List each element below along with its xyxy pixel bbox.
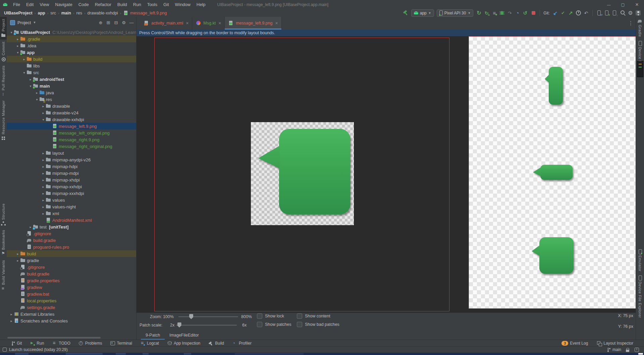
- toolwindow-button-terminal[interactable]: Terminal: [110, 341, 132, 346]
- chevron-down-icon[interactable]: ▾: [22, 71, 26, 74]
- breadcrumb-item[interactable]: app: [38, 11, 45, 15]
- tree-item[interactable]: ▸.gradle: [7, 36, 136, 42]
- tool-stripe-build-variants[interactable]: Build Variants: [0, 258, 7, 293]
- tree-item[interactable]: build.gradle: [7, 270, 136, 277]
- tree-item[interactable]: ▸values: [7, 197, 136, 203]
- close-icon[interactable]: ×: [275, 20, 278, 26]
- tree-item[interactable]: ▸drawable: [7, 103, 136, 109]
- tree-item[interactable]: message_left.9.png: [7, 123, 136, 130]
- device-add-icon[interactable]: [603, 9, 610, 17]
- tree-item[interactable]: ▾UIBaseProjectC:\Users\zy\Desktop\Porjec…: [7, 29, 136, 36]
- window-minimize-button[interactable]: [602, 0, 616, 9]
- collapse-all-icon[interactable]: ⊟: [113, 20, 119, 25]
- chevron-down-icon[interactable]: ▾: [41, 118, 46, 121]
- chevron-right-icon[interactable]: ▸: [22, 57, 26, 61]
- chevron-right-icon[interactable]: ▸: [41, 205, 46, 209]
- push-icon[interactable]: [567, 9, 575, 17]
- sync-icon[interactable]: [490, 9, 498, 17]
- toolwindow-button-problems[interactable]: Problems: [78, 341, 102, 346]
- tree-item[interactable]: ▸layout: [7, 150, 136, 156]
- chevron-down-icon[interactable]: ▼: [33, 21, 36, 24]
- device-pair-icon[interactable]: [595, 9, 603, 17]
- tree-item[interactable]: ▸build: [7, 56, 136, 62]
- checkbox-show-lock[interactable]: Show lock: [257, 313, 284, 319]
- device-download-icon[interactable]: [610, 9, 618, 17]
- chevron-right-icon[interactable]: ▸: [28, 78, 33, 81]
- breadcrumb-item[interactable]: src: [50, 11, 56, 15]
- chevron-right-icon[interactable]: ▸: [41, 171, 46, 175]
- search-icon[interactable]: [619, 9, 627, 17]
- chevron-right-icon[interactable]: ▸: [41, 185, 46, 189]
- editor-mode-tab-imagefileeditor[interactable]: ImageFileEditor: [165, 331, 204, 340]
- tree-item[interactable]: message_right_original.png: [7, 143, 136, 150]
- menu-edit[interactable]: Edit: [23, 0, 37, 9]
- run-icon[interactable]: [475, 9, 483, 17]
- toolwindow-button-todo[interactable]: TODO: [52, 341, 70, 346]
- tree-item[interactable]: ▾drawable-xxhdpi: [7, 116, 136, 123]
- tree-item[interactable]: .gitignore: [7, 264, 136, 270]
- breadcrumb-file[interactable]: message_left.9.png: [123, 10, 167, 16]
- breadcrumb[interactable]: UIBaseProject›app›src›main›res›drawable-…: [0, 10, 167, 16]
- menu-tools[interactable]: Tools: [144, 0, 160, 9]
- tree-item[interactable]: build.gradle: [7, 237, 136, 244]
- chevron-down-icon[interactable]: ▾: [15, 51, 20, 54]
- profiler-icon[interactable]: [514, 9, 521, 17]
- checkbox-box[interactable]: [257, 313, 262, 319]
- chevron-right-icon[interactable]: ▸: [15, 259, 20, 262]
- chevron-right-icon[interactable]: ▸: [41, 212, 46, 215]
- tool-stripe-structure[interactable]: Structure: [0, 201, 7, 228]
- tree-item[interactable]: ▾app: [7, 49, 136, 56]
- breadcrumb-item[interactable]: res: [76, 11, 82, 15]
- tool-stripe-pull-requests[interactable]: Pull Requests: [0, 63, 7, 98]
- tree-item[interactable]: libs: [7, 62, 136, 69]
- tree-item[interactable]: ▸External Libraries: [7, 311, 136, 317]
- build-hammer-icon[interactable]: [402, 9, 410, 17]
- debug-icon[interactable]: [498, 9, 506, 17]
- attach-icon[interactable]: [506, 9, 514, 17]
- menu-help[interactable]: Help: [194, 0, 209, 9]
- chevron-right-icon[interactable]: ▸: [41, 178, 46, 182]
- chevron-right-icon[interactable]: ▸: [41, 198, 46, 202]
- chevron-right-icon[interactable]: ▸: [9, 312, 14, 316]
- lock-icon[interactable]: [625, 347, 630, 352]
- project-panel-title[interactable]: Project: [17, 20, 31, 25]
- commit-icon[interactable]: [559, 9, 567, 17]
- notifications-icon[interactable]: [634, 347, 639, 352]
- git-branch-widget[interactable]: main: [606, 347, 621, 352]
- tree-item[interactable]: ▸mipmap-xxxhdpi: [7, 190, 136, 197]
- run-attach-icon[interactable]: [483, 9, 490, 17]
- expand-all-icon[interactable]: ⊞: [106, 20, 111, 25]
- editor-tab-msg-kt[interactable]: Msg.kt×: [192, 17, 225, 30]
- chevron-right-icon[interactable]: ▸: [9, 319, 14, 323]
- toolwindow-button-logcat[interactable]: Logcat: [140, 341, 159, 346]
- menu-run[interactable]: Run: [130, 0, 144, 9]
- toolwindow-button-run[interactable]: Run: [30, 341, 44, 346]
- chevron-right-icon[interactable]: ▸: [41, 151, 46, 155]
- run-configuration-select[interactable]: app ▼: [411, 9, 434, 17]
- menu-build[interactable]: Build: [114, 0, 130, 9]
- menu-git[interactable]: Git: [160, 0, 172, 9]
- tree-item[interactable]: ▸gradle: [7, 257, 136, 264]
- toolwindow-button-git[interactable]: Git: [10, 341, 22, 346]
- chevron-down-icon[interactable]: ▾: [35, 98, 39, 101]
- chevron-down-icon[interactable]: ▾: [9, 31, 14, 34]
- tree-item[interactable]: settings.gradle: [7, 304, 136, 311]
- zoom-slider[interactable]: [178, 314, 238, 319]
- profile-icon[interactable]: [634, 9, 642, 17]
- device-select[interactable]: Pixel API 30 ▼: [437, 9, 474, 17]
- tree-item[interactable]: ▸mipmap-xhdpi: [7, 176, 136, 183]
- tree-item[interactable]: AndroidManifest.xml: [7, 217, 136, 223]
- tree-item[interactable]: gradlew.bat: [7, 291, 136, 297]
- tool-stripe-gradle[interactable]: Gradle: [636, 17, 644, 39]
- toolwindow-button-layout-inspector[interactable]: Layout Inspector: [597, 341, 633, 346]
- tree-item[interactable]: ▸.idea: [7, 42, 136, 49]
- patch-scale-slider[interactable]: [176, 322, 237, 328]
- settings-icon[interactable]: ⚙: [121, 20, 126, 25]
- settings-icon[interactable]: [627, 9, 634, 17]
- tree-item[interactable]: ▸mipmap-anydpi-v26: [7, 156, 136, 163]
- checkbox-box[interactable]: [257, 322, 262, 327]
- update-icon[interactable]: [551, 9, 559, 17]
- menu-navigate[interactable]: Navigate: [52, 0, 75, 9]
- close-icon[interactable]: ×: [186, 20, 189, 26]
- chevron-right-icon[interactable]: ▸: [15, 252, 20, 256]
